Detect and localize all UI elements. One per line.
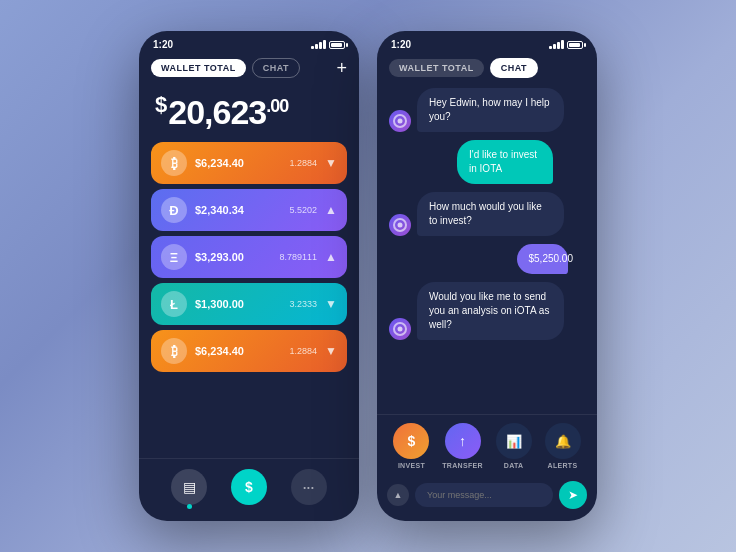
status-bar-2: 1:20 — [377, 31, 597, 54]
crypto-row-btc2[interactable]: ₿ $6,234.40 1.2884 ▼ — [151, 330, 347, 372]
more-nav-icon: ••• — [303, 483, 314, 492]
chat-phone: 1:20 WALLET TOTAL CHAT Hey Edwin, how ma… — [377, 31, 597, 521]
btc2-amount: $6,234.40 — [195, 345, 282, 357]
wallet-tab-2[interactable]: WALLET TOTAL — [389, 59, 484, 77]
bubble-3: How much would you like to invest? — [417, 192, 564, 236]
eth-icon: Ξ — [161, 244, 187, 270]
crypto-list: ₿ $6,234.40 1.2884 ▼ Ð $2,340.34 5.5202 … — [139, 138, 359, 458]
status-time-2: 1:20 — [391, 39, 411, 50]
bubble-4: $5,250.00 — [517, 244, 568, 274]
ltc-icon: Ł — [161, 291, 187, 317]
transfer-icon: ↑ — [445, 423, 481, 459]
dash-units: 5.5202 — [290, 205, 318, 215]
message-row-5: Would you like me to send you an analysi… — [389, 282, 585, 340]
crypto-row-dash[interactable]: Ð $2,340.34 5.5202 ▲ — [151, 189, 347, 231]
send-button[interactable]: ➤ — [559, 481, 587, 509]
chat-nav-icon: $ — [245, 479, 253, 495]
alerts-icon: 🔔 — [545, 423, 581, 459]
message-row-3: How much would you like to invest? — [389, 192, 585, 236]
status-time-1: 1:20 — [153, 39, 173, 50]
alerts-icon-symbol: 🔔 — [555, 434, 571, 449]
transfer-icon-symbol: ↑ — [459, 433, 466, 449]
dash-icon: Ð — [161, 197, 187, 223]
bot-avatar-5 — [389, 318, 411, 340]
btc2-units: 1.2884 — [290, 346, 318, 356]
expand-icon: ▲ — [394, 490, 403, 500]
crypto-row-btc1[interactable]: ₿ $6,234.40 1.2884 ▼ — [151, 142, 347, 184]
message-row-4: $5,250.00 — [517, 244, 586, 274]
bottom-nav-1: ▤ $ ••• — [139, 458, 359, 521]
crypto-row-ltc[interactable]: Ł $1,300.00 3.2333 ▼ — [151, 283, 347, 325]
nav-chat[interactable]: $ — [231, 469, 267, 505]
bubble-5: Would you like me to send you an analysi… — [417, 282, 564, 340]
chat-tab-1[interactable]: CHAT — [252, 58, 300, 78]
nav-wallet[interactable]: ▤ — [171, 469, 207, 505]
chat-messages: Hey Edwin, how may I help you? I'd like … — [377, 82, 597, 414]
data-label: DATA — [504, 462, 524, 469]
bot-avatar-1 — [389, 110, 411, 132]
battery-icon-2 — [567, 41, 583, 49]
message-row-1: Hey Edwin, how may I help you? — [389, 88, 585, 132]
btc1-icon: ₿ — [161, 150, 187, 176]
btc1-amount: $6,234.40 — [195, 157, 282, 169]
send-icon: ➤ — [568, 488, 578, 502]
ltc-chevron: ▼ — [325, 297, 337, 311]
battery-icon-1 — [329, 41, 345, 49]
bubble-1: Hey Edwin, how may I help you? — [417, 88, 564, 132]
data-icon-symbol: 📊 — [506, 434, 522, 449]
dash-chevron: ▲ — [325, 203, 337, 217]
nav-more[interactable]: ••• — [291, 469, 327, 505]
wallet-total-section: $20,623.00 — [139, 82, 359, 138]
btc1-chevron: ▼ — [325, 156, 337, 170]
bubble-2: I'd like to invest in IOTA — [457, 140, 553, 184]
bot-avatar-3 — [389, 214, 411, 236]
status-icons-2 — [549, 40, 583, 49]
tab-bar-1: WALLET TOTAL CHAT + — [139, 54, 359, 82]
wallet-amount: $20,623.00 — [155, 92, 343, 132]
wallet-phone: 1:20 WALLET TOTAL CHAT + $20,623.00 ₿ — [139, 31, 359, 521]
expand-button[interactable]: ▲ — [387, 484, 409, 506]
status-icons-1 — [311, 40, 345, 49]
alerts-action[interactable]: 🔔 ALERTS — [545, 423, 581, 469]
crypto-row-eth[interactable]: Ξ $3,293.00 8.789111 ▲ — [151, 236, 347, 278]
invest-icon-symbol: $ — [408, 433, 416, 449]
add-button-1[interactable]: + — [336, 59, 347, 77]
transfer-action[interactable]: ↑ TRANSFER — [442, 423, 483, 469]
btc2-icon: ₿ — [161, 338, 187, 364]
btc1-units: 1.2884 — [290, 158, 318, 168]
invest-action[interactable]: $ INVEST — [393, 423, 429, 469]
chat-tab-2[interactable]: CHAT — [490, 58, 538, 78]
tab-bar-2: WALLET TOTAL CHAT — [377, 54, 597, 82]
status-bar-1: 1:20 — [139, 31, 359, 54]
dash-amount: $2,340.34 — [195, 204, 282, 216]
eth-units: 8.789111 — [280, 252, 318, 262]
invest-icon: $ — [393, 423, 429, 459]
alerts-label: ALERTS — [548, 462, 578, 469]
nav-dot — [187, 504, 192, 509]
btc2-chevron: ▼ — [325, 344, 337, 358]
transfer-label: TRANSFER — [442, 462, 483, 469]
message-input-row: ▲ ➤ — [377, 475, 597, 521]
ltc-units: 3.2333 — [290, 299, 318, 309]
message-row-2: I'd like to invest in IOTA — [457, 140, 585, 184]
invest-label: INVEST — [398, 462, 425, 469]
dollar-sign: $ — [155, 92, 166, 117]
amount-main: 20,623 — [168, 93, 266, 131]
data-action[interactable]: 📊 DATA — [496, 423, 532, 469]
ltc-amount: $1,300.00 — [195, 298, 282, 310]
data-icon: 📊 — [496, 423, 532, 459]
wallet-nav-icon: ▤ — [183, 479, 196, 495]
chat-actions: $ INVEST ↑ TRANSFER 📊 DATA 🔔 ALERTS — [377, 414, 597, 475]
amount-cents: .00 — [266, 96, 288, 116]
eth-amount: $3,293.00 — [195, 251, 272, 263]
wallet-tab-1[interactable]: WALLET TOTAL — [151, 59, 246, 77]
message-input[interactable] — [415, 483, 553, 507]
eth-chevron: ▲ — [325, 250, 337, 264]
